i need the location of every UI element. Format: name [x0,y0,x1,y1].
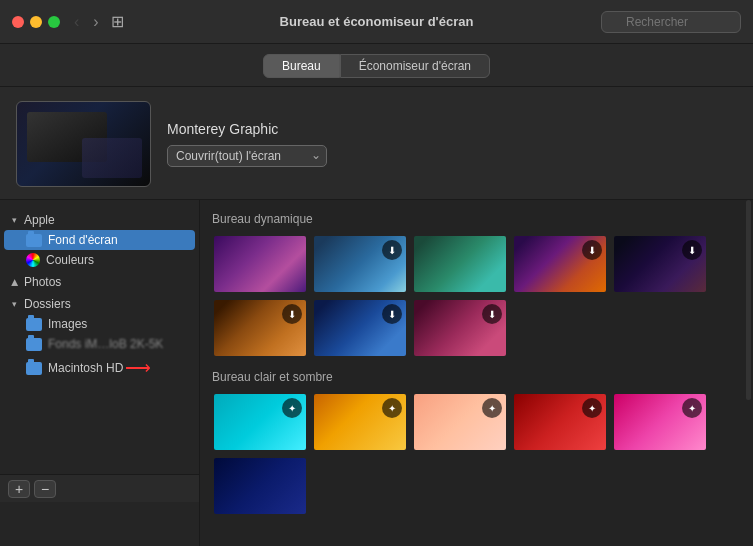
sidebar-group-dossiers[interactable]: ▾ Dossiers [0,294,199,314]
wallpaper-preview [16,101,151,187]
download-icon-5: ⬇ [282,304,302,324]
sidebar-item-images-label: Images [48,317,87,331]
download-icon-1: ⬇ [382,240,402,260]
wallpaper-thumb-ld-3[interactable]: ✦ [512,392,608,452]
wallpaper-thumb-3[interactable]: ⬇ [512,234,608,294]
sidebar-section-photos: ▶ Photos [0,272,199,292]
close-button[interactable] [12,16,24,28]
disclosure-arrow-dossiers: ▾ [8,298,20,310]
wallpaper-info: Monterey Graphic Couvrir(tout) l'écran A… [167,121,327,167]
disclosure-arrow-apple: ▾ [8,214,20,226]
section-label-dynamic: Bureau dynamique [212,212,741,226]
folder-icon-images [26,318,42,331]
download-icon-6: ⬇ [382,304,402,324]
remove-source-button[interactable]: − [34,480,56,498]
wallpaper-thumb-5[interactable]: ⬇ [212,298,308,358]
display-mode-wrapper: Couvrir(tout) l'écran Adapter à l'écran … [167,145,327,167]
sidebar-group-dossiers-label: Dossiers [24,297,71,311]
sidebar-group-photos-label: Photos [24,275,61,289]
grid-view-button[interactable]: ⊞ [111,12,124,31]
window-title: Bureau et économiseur d'écran [280,14,474,29]
download-icon-4: ⬇ [682,240,702,260]
download-icon-ld-4: ✦ [682,398,702,418]
sidebar-item-macintosh[interactable]: Macintosh HD ⟶ [4,354,195,382]
sidebar: ▾ Apple Fond d'écran Couleurs ▶ Photos ▾ [0,200,200,546]
tab-bureau[interactable]: Bureau [263,54,340,78]
red-arrow-icon: ⟶ [125,357,151,379]
download-icon-ld-3: ✦ [582,398,602,418]
wallpaper-thumb-ld-1[interactable]: ✦ [312,392,408,452]
back-button[interactable]: ‹ [70,11,83,33]
titlebar: ‹ › ⊞ Bureau et économiseur d'écran 🔍 [0,0,753,44]
search-input[interactable] [601,11,741,33]
wallpaper-thumb-ld-2[interactable]: ✦ [412,392,508,452]
wallpaper-thumb-6[interactable]: ⬇ [312,298,408,358]
wallpaper-thumb-0[interactable] [212,234,308,294]
minimize-button[interactable] [30,16,42,28]
download-icon-ld-1: ✦ [382,398,402,418]
add-remove-bar: + − [0,474,200,502]
add-source-button[interactable]: + [8,480,30,498]
wallpaper-grid-dynamic: ⬇ ⬇ ⬇ ⬇ ⬇ ⬇ [212,234,741,358]
sidebar-item-couleurs-label: Couleurs [46,253,94,267]
folder-icon-macintosh [26,362,42,375]
folder-icon [26,234,42,247]
sidebar-section-apple: ▾ Apple Fond d'écran Couleurs [0,210,199,270]
download-icon-3: ⬇ [582,240,602,260]
wallpaper-thumb-7[interactable]: ⬇ [412,298,508,358]
wallpaper-name: Monterey Graphic [167,121,327,137]
wallpaper-thumb-ld-0[interactable]: ✦ [212,392,308,452]
body-area: ▾ Apple Fond d'écran Couleurs ▶ Photos ▾ [0,200,753,546]
sidebar-item-fonds-label: Fonds iM…loB 2K-5K [48,337,163,351]
scrollbar[interactable] [746,200,751,400]
sidebar-item-fond-ecran[interactable]: Fond d'écran [4,230,195,250]
display-mode-select[interactable]: Couvrir(tout) l'écran Adapter à l'écran … [167,145,327,167]
forward-button[interactable]: › [89,11,102,33]
wallpaper-thumb-ld-5[interactable] [212,456,308,516]
tab-economiseur[interactable]: Économiseur d'écran [340,54,490,78]
wallpaper-thumb-1[interactable]: ⬇ [312,234,408,294]
folder-icon-fonds [26,338,42,351]
sidebar-group-apple[interactable]: ▾ Apple [0,210,199,230]
sidebar-item-fond-ecran-label: Fond d'écran [48,233,118,247]
wallpaper-thumb-2[interactable] [412,234,508,294]
wallpaper-thumb-4[interactable]: ⬇ [612,234,708,294]
preview-section: Monterey Graphic Couvrir(tout) l'écran A… [0,87,753,200]
sidebar-item-couleurs[interactable]: Couleurs [4,250,195,270]
sidebar-item-images[interactable]: Images [4,314,195,334]
tabs-bar: Bureau Économiseur d'écran [0,44,753,87]
search-wrapper: 🔍 [601,11,741,33]
sidebar-group-apple-label: Apple [24,213,55,227]
section-label-lightdark: Bureau clair et sombre [212,370,741,384]
download-icon-ld-0: ✦ [282,398,302,418]
traffic-lights [12,16,60,28]
maximize-button[interactable] [48,16,60,28]
download-icon-ld-2: ✦ [482,398,502,418]
sidebar-item-fonds[interactable]: Fonds iM…loB 2K-5K [4,334,195,354]
wallpaper-thumb-ld-4[interactable]: ✦ [612,392,708,452]
sidebar-item-macintosh-label: Macintosh HD [48,361,123,375]
wallpaper-content: Bureau dynamique ⬇ ⬇ ⬇ ⬇ ⬇ ⬇ Bureau clai… [200,200,753,546]
wallpaper-grid-lightdark: ✦ ✦ ✦ ✦ ✦ [212,392,741,516]
download-icon-7: ⬇ [482,304,502,324]
color-icon [26,253,40,267]
sidebar-group-photos[interactable]: ▶ Photos [0,272,199,292]
nav-arrows: ‹ › [70,11,103,33]
disclosure-arrow-photos: ▶ [8,276,20,288]
sidebar-section-dossiers: ▾ Dossiers Images Fonds iM…loB 2K-5K Mac… [0,294,199,382]
